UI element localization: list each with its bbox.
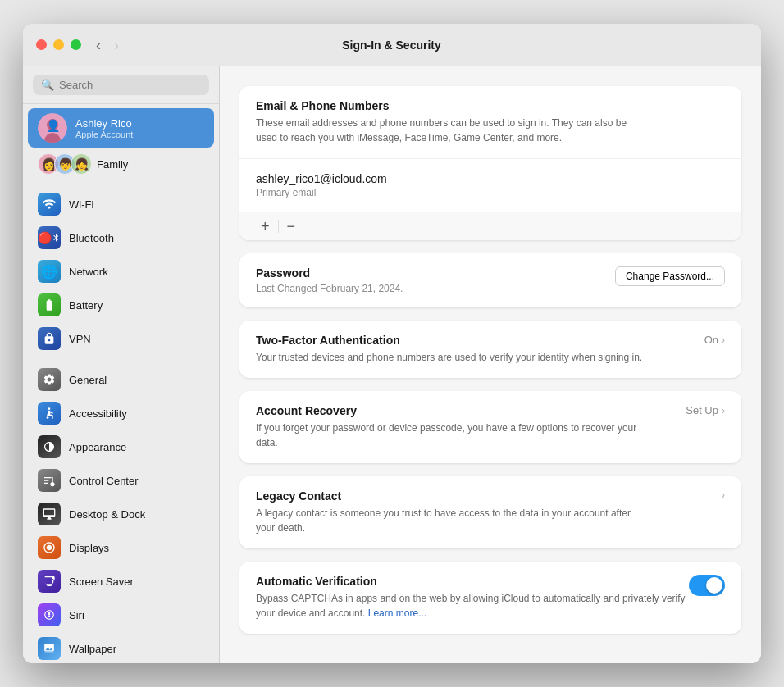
network-icon: 🌐 [38, 260, 61, 283]
legacy-contact-text: Legacy Contact A legacy contact is someo… [256, 489, 650, 535]
appearance-icon [38, 435, 61, 458]
account-recovery-text: Account Recovery If you forget your pass… [256, 404, 650, 450]
sidebar-item-vpn[interactable]: VPN [28, 322, 214, 355]
legacy-contact-card: Legacy Contact A legacy contact is someo… [239, 476, 741, 548]
sidebar-item-label-desktop-dock: Desktop & Dock [69, 508, 145, 521]
two-factor-title: Two-Factor Authentication [256, 334, 642, 347]
sidebar-item-appearance[interactable]: Appearance [28, 430, 214, 463]
family-avatars: 👩 👦 👧 [38, 153, 87, 175]
bluetooth-icon: 🔴 [38, 226, 61, 249]
sidebar-item-label-siri: Siri [69, 609, 84, 621]
sidebar-item-control-center[interactable]: Control Center [28, 464, 214, 497]
auto-verify-description: Bypass CAPTCHAs in apps and on the web b… [256, 591, 689, 621]
change-password-button[interactable]: Change Password... [615, 266, 725, 286]
legacy-contact-chevron-icon: › [722, 489, 725, 501]
add-email-button[interactable]: + [256, 219, 275, 234]
account-recovery-chevron-icon: › [722, 405, 725, 416]
search-input[interactable] [59, 79, 201, 91]
forward-button[interactable]: › [109, 36, 124, 54]
password-row: Password Last Changed February 21, 2024.… [239, 253, 741, 307]
sidebar-item-label-network: Network [69, 266, 108, 278]
account-recovery-description: If you forget your password or device pa… [256, 421, 650, 450]
legacy-contact-header: Legacy Contact A legacy contact is someo… [256, 489, 725, 535]
auto-verify-header: Automatic Verification Bypass CAPTCHAs i… [256, 575, 725, 621]
network-section: Wi-Fi 🔴 Bluetooth 🌐 Network Battery [23, 184, 219, 359]
back-button[interactable]: ‹ [91, 36, 106, 54]
sidebar-item-bluetooth[interactable]: 🔴 Bluetooth [28, 221, 214, 254]
sidebar-item-label-general: General [69, 374, 107, 386]
auto-verify-toggle[interactable] [689, 575, 725, 596]
displays-icon [38, 536, 61, 559]
sidebar-item-label-family: Family [97, 158, 128, 171]
two-factor-text: Two-Factor Authentication Your trusted d… [256, 334, 642, 365]
sidebar-item-wallpaper[interactable]: Wallpaper [28, 632, 214, 663]
account-recovery-header: Account Recovery If you forget your pass… [256, 404, 725, 450]
sidebar-item-label-wallpaper: Wallpaper [69, 643, 116, 655]
sidebar-item-general[interactable]: General [28, 363, 214, 396]
toggle-knob [706, 577, 722, 594]
sidebar-item-label-control-center: Control Center [69, 475, 139, 487]
sidebar-item-siri[interactable]: Siri [28, 598, 214, 631]
sidebar-item-family[interactable]: 👩 👦 👧 Family [28, 148, 214, 180]
two-factor-status-label: On [704, 334, 718, 346]
nav-arrows: ‹ › [91, 36, 124, 54]
svg-point-4 [48, 407, 51, 410]
user-section: 👤 Ashley Rico Apple Account 👩 👦 👧 [23, 104, 219, 184]
sidebar-item-wifi[interactable]: Wi-Fi [28, 188, 214, 221]
sidebar-item-displays[interactable]: Displays [28, 531, 214, 564]
sidebar: 🔍 👤 Ashley Rico [23, 66, 220, 663]
account-recovery-card: Account Recovery If you forget your pass… [239, 391, 741, 463]
email-value-row: ashley_rico1@icloud.com Primary email [239, 159, 741, 212]
sidebar-item-label-wifi: Wi-Fi [69, 198, 93, 211]
right-panel: Email & Phone Numbers These email addres… [220, 66, 761, 663]
system-section: General Accessibility Appearance [23, 359, 219, 663]
two-factor-row[interactable]: Two-Factor Authentication Your trusted d… [239, 321, 741, 378]
remove-email-button[interactable]: − [282, 219, 301, 234]
search-icon: 🔍 [41, 79, 54, 91]
sidebar-item-battery[interactable]: Battery [28, 289, 214, 321]
password-header: Password Last Changed February 21, 2024.… [256, 266, 725, 294]
account-recovery-setup-label: Set Up [686, 404, 718, 416]
app-window: ‹ › Sign-In & Security 🔍 [23, 24, 761, 663]
two-factor-chevron-icon: › [722, 334, 725, 346]
account-recovery-row[interactable]: Account Recovery If you forget your pass… [239, 391, 741, 463]
user-text: Ashley Rico Apple Account [75, 117, 133, 139]
password-card: Password Last Changed February 21, 2024.… [239, 253, 741, 307]
auto-verify-row: Automatic Verification Bypass CAPTCHAs i… [239, 562, 741, 634]
sidebar-item-desktop-dock[interactable]: Desktop & Dock [28, 498, 214, 530]
legacy-contact-row[interactable]: Legacy Contact A legacy contact is someo… [239, 476, 741, 548]
vpn-icon [38, 327, 61, 350]
svg-text:👤: 👤 [46, 119, 61, 133]
wifi-icon [38, 193, 61, 216]
account-recovery-title: Account Recovery [256, 404, 650, 417]
user-name: Ashley Rico [75, 117, 133, 130]
sidebar-item-label-accessibility: Accessibility [69, 407, 127, 420]
maximize-button[interactable] [71, 39, 81, 50]
sidebar-item-accessibility[interactable]: Accessibility [28, 397, 214, 430]
traffic-lights [36, 39, 81, 50]
sidebar-item-screen-saver[interactable]: Screen Saver [28, 565, 214, 598]
accessibility-icon [38, 402, 61, 425]
minimize-button[interactable] [53, 39, 64, 50]
sidebar-item-network[interactable]: 🌐 Network [28, 255, 214, 288]
two-factor-card: Two-Factor Authentication Your trusted d… [239, 321, 741, 378]
auto-verify-card: Automatic Verification Bypass CAPTCHAs i… [239, 562, 741, 634]
titlebar: ‹ › Sign-In & Security [23, 24, 761, 66]
window-title: Sign-In & Security [134, 39, 650, 52]
sidebar-item-label-screen-saver: Screen Saver [69, 576, 134, 588]
two-factor-status: On › [704, 334, 725, 346]
auto-verify-text: Automatic Verification Bypass CAPTCHAs i… [256, 575, 689, 621]
search-box[interactable]: 🔍 [33, 75, 209, 95]
main-content: 🔍 👤 Ashley Rico [23, 66, 761, 663]
close-button[interactable] [36, 39, 47, 50]
user-sublabel: Apple Account [75, 130, 133, 139]
sidebar-item-user[interactable]: 👤 Ashley Rico Apple Account [28, 108, 214, 148]
email-phone-card: Email & Phone Numbers These email addres… [239, 86, 741, 240]
email-phone-header-row: Email & Phone Numbers These email addres… [239, 86, 741, 159]
sidebar-item-label-bluetooth: Bluetooth [69, 232, 114, 244]
screen-saver-icon [38, 570, 61, 593]
learn-more-link[interactable]: Learn more... [368, 607, 426, 619]
wallpaper-icon [38, 637, 61, 660]
search-container: 🔍 [23, 66, 219, 104]
password-text-block: Password Last Changed February 21, 2024. [256, 266, 403, 294]
